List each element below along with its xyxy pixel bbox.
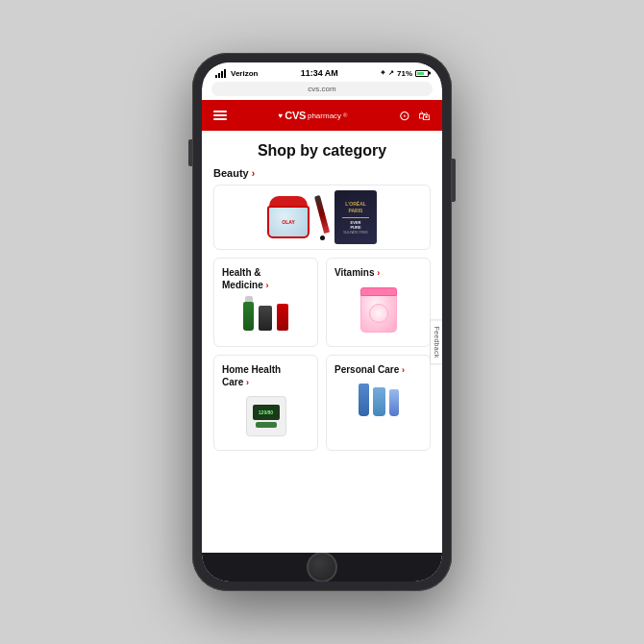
beauty-text: Beauty: [213, 167, 249, 179]
health-chevron: ›: [266, 281, 269, 290]
battery-fill: [417, 72, 424, 75]
page-title: Shop by category: [202, 131, 442, 167]
dark-bottle: [259, 306, 272, 331]
personal-care-products: [334, 380, 422, 422]
feedback-tab[interactable]: Feedback: [430, 319, 442, 364]
home-health-title: Home HealthCare ›: [222, 363, 310, 389]
home-health-chevron: ›: [246, 378, 249, 387]
personal-care-title: Personal Care ›: [334, 363, 422, 377]
green-bottle: [243, 302, 254, 331]
bp-screen-text: 120/80: [259, 409, 273, 415]
health-products: [222, 296, 310, 336]
carrier-label: Verizon: [231, 69, 258, 78]
bp-monitor: 120/80: [246, 396, 286, 436]
beauty-label[interactable]: Beauty ›: [213, 167, 431, 179]
vitamins-card[interactable]: Vitamins ›: [326, 258, 431, 347]
categories-section: Beauty › OLAY: [202, 167, 442, 451]
home-health-card[interactable]: Home HealthCare › 120/80: [213, 355, 318, 452]
personal-care-chevron: ›: [402, 365, 405, 375]
cvs-text: CVS: [285, 110, 306, 121]
beauty-banner[interactable]: OLAY L'ORÉALPARIS: [213, 185, 431, 250]
cvs-logo: ♥ CVS pharmacy ®: [278, 110, 347, 121]
vitamin-bottle-container: [360, 287, 397, 333]
blue-tube2: [373, 387, 385, 416]
url-text: cvs.com: [308, 85, 335, 93]
home-button[interactable]: [307, 552, 337, 582]
battery-icon: [415, 70, 429, 77]
category-grid: Health &Medicine ›: [213, 258, 431, 451]
beauty-chevron: ›: [252, 168, 255, 179]
health-medicine-title: Health &Medicine ›: [222, 266, 310, 292]
beauty-products: OLAY L'ORÉALPARIS: [263, 186, 381, 248]
red-bottle: [277, 304, 288, 331]
status-time: 11:34 AM: [301, 68, 338, 78]
bp-screen: 120/80: [253, 405, 280, 420]
trademark-text: ®: [343, 112, 347, 118]
bp-button: [256, 422, 277, 428]
home-indicator-area: [202, 553, 442, 582]
phone-inner: Verizon 11:34 AM ⌖ ↗ 71% cvs.com: [202, 62, 442, 582]
blue-tube1: [359, 384, 369, 416]
location-nav-icon[interactable]: ⊙: [399, 108, 410, 123]
status-right: ⌖ ↗ 71%: [381, 68, 429, 78]
url-bar[interactable]: cvs.com: [211, 82, 433, 96]
phone-frame: Verizon 11:34 AM ⌖ ↗ 71% cvs.com: [192, 53, 452, 591]
home-health-products: 120/80: [222, 392, 310, 442]
cart-icon[interactable]: 🛍: [418, 109, 431, 123]
hamburger-menu[interactable]: [213, 111, 227, 120]
loreal-product: L'ORÉALPARIS EVERPURE SULFATE FREE: [334, 190, 377, 244]
battery-percent: 71%: [397, 69, 412, 78]
signal-bars: [215, 69, 226, 78]
status-bar: Verizon 11:34 AM ⌖ ↗ 71%: [202, 62, 442, 82]
olay-product: OLAY: [267, 196, 310, 238]
blue-tube3: [389, 389, 399, 416]
screen: Verizon 11:34 AM ⌖ ↗ 71% cvs.com: [202, 62, 442, 582]
pharmacy-text: pharmacy: [308, 111, 341, 120]
location-icon: ⌖: [381, 68, 385, 78]
personal-care-card[interactable]: Personal Care ›: [326, 355, 431, 452]
status-left: Verizon: [215, 69, 258, 78]
nav-bar: ♥ CVS pharmacy ® ⊙ 🛍: [202, 100, 442, 131]
vitamins-chevron: ›: [377, 268, 380, 278]
health-medicine-card[interactable]: Health &Medicine ›: [213, 258, 318, 347]
arrow-icon: ↗: [388, 69, 394, 77]
nav-icons: ⊙ 🛍: [399, 108, 431, 123]
content-area: Shop by category Beauty ›: [202, 131, 442, 553]
vitamins-title: Vitamins ›: [334, 266, 422, 280]
heart-icon: ♥: [278, 111, 283, 120]
vitamins-products: [334, 284, 422, 338]
lipgloss-product: [319, 195, 325, 240]
